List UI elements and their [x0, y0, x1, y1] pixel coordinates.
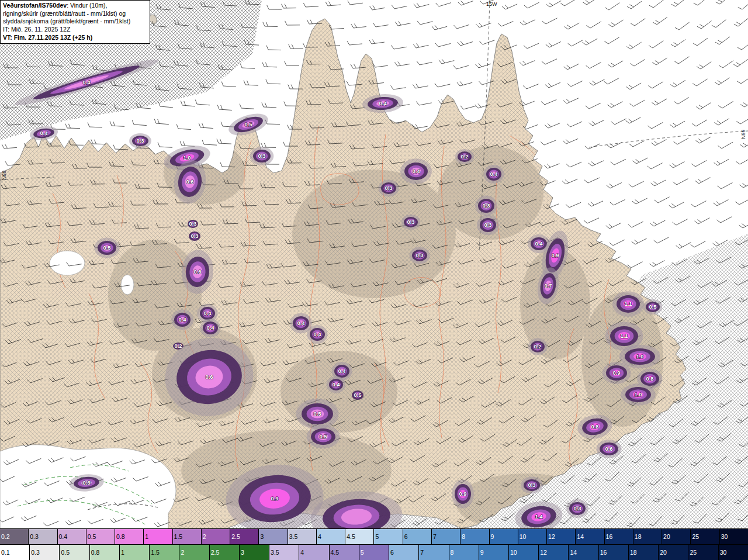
- colorbar-value: 14: [577, 533, 584, 540]
- colorbar-segment: 10: [509, 545, 539, 560]
- precip-value-label: 1.1: [624, 300, 632, 307]
- precip-blob: 0.3: [566, 499, 588, 518]
- precip-value-label: 0.6: [205, 374, 213, 380]
- colorbar-value: 8: [451, 549, 454, 556]
- precip-value-label: 0.9: [612, 369, 620, 376]
- model-name: Veðurstofan/IS750dev: [3, 2, 67, 9]
- precip-value-label: 0.3: [191, 233, 198, 239]
- precip-value-label: 0.3: [136, 137, 144, 144]
- colorbar-value: 12: [548, 533, 555, 540]
- colorbar-value: 9: [480, 549, 484, 556]
- colorbar-value: 2: [203, 533, 206, 540]
- weather-map-svg: 0.40.40.50.31.00.30.60.40.40.20.30.40.30…: [0, 0, 748, 528]
- precip-blob: 0.9: [602, 362, 631, 384]
- colorbar-segment: 2: [202, 529, 230, 544]
- map-area: 0.40.40.50.31.00.30.60.40.40.20.30.40.30…: [0, 0, 748, 528]
- colorbar-value: 25: [690, 549, 697, 556]
- colorbar-segment: 18: [633, 529, 662, 544]
- precip-value-label: 0.3: [189, 220, 196, 227]
- colorbar-value: 18: [630, 549, 637, 556]
- colorbar-segment: 30: [719, 545, 748, 560]
- colorbar-value: 6: [404, 533, 408, 540]
- precip-blob: 0.4: [200, 319, 220, 337]
- precip-value-label: 0.4: [535, 240, 543, 247]
- colorbar-value: 6: [390, 549, 394, 556]
- precip-value-label: 0.5: [319, 433, 327, 440]
- precip-value-label: 0.6: [605, 445, 612, 452]
- precip-blob: 0.5: [307, 425, 340, 449]
- colorbar-value: 0.5: [88, 533, 96, 540]
- precip-value-label: 0.4: [40, 130, 48, 136]
- precip-value-label: 0.3: [385, 185, 392, 191]
- colorbar-value: 7: [433, 533, 437, 540]
- colorbar-value: 3.5: [289, 533, 298, 540]
- precip-value-label: 0.4: [206, 324, 214, 331]
- precip-value-label: 0.5: [103, 244, 111, 251]
- precip-blob: 0.4: [483, 165, 504, 184]
- precip-value-label: 0.4: [490, 171, 498, 177]
- precip-blob: 0.3: [250, 147, 274, 165]
- colorbar-value: 0.2: [1, 533, 10, 540]
- precip-value-label: 0.4: [338, 368, 346, 374]
- colorbar-segment: 0.3: [29, 529, 57, 544]
- colorbar-value: 0.3: [30, 533, 39, 540]
- precip-value-label: 0.3: [482, 202, 490, 209]
- colorbar-segment: 16: [605, 529, 633, 544]
- graticule-label: N99: [1, 170, 7, 180]
- precip-value-label: 0.4: [82, 79, 91, 85]
- precip-value-label: 0.3: [573, 505, 581, 511]
- precip-blob: 0.3: [188, 220, 198, 228]
- colorbar-value: 16: [606, 533, 613, 540]
- colorbar-value: 12: [540, 549, 547, 556]
- precip-value-label: 1.0: [636, 353, 643, 359]
- graticule-label: N99: [740, 129, 746, 139]
- colorbar-value: 3: [260, 533, 264, 540]
- colorbar-segment: 6: [389, 545, 419, 560]
- colorbar-segment: 3: [240, 545, 269, 560]
- precip-blob: 0.3: [378, 180, 399, 197]
- colorbar-segment: 1.5: [150, 545, 179, 560]
- precip-value-label: 0.5: [354, 392, 362, 398]
- precip-blob: 0.6: [596, 440, 621, 458]
- precip-value-label: 0.6: [193, 268, 201, 275]
- colorbar-value: 30: [720, 549, 727, 556]
- colorbar-value: 2: [181, 549, 184, 556]
- colorbar-value: 0.4: [59, 533, 68, 540]
- colorbar-value: 3.5: [271, 549, 279, 556]
- title-line-2: rigning/skúrir (grænt/blátt/rautt - mm/1…: [3, 10, 147, 18]
- precip-value-label: 0.9: [271, 495, 278, 502]
- colorbar-segment: 20: [662, 529, 691, 544]
- colorbar-value: 0.8: [116, 533, 125, 540]
- colorbar-value: 0.5: [61, 549, 70, 556]
- precip-blob: 1.0: [621, 383, 655, 406]
- colorbar-value: 0.8: [91, 549, 100, 556]
- colorbar-segment: 0.2: [0, 529, 29, 544]
- colorbar-segment: 9: [479, 545, 509, 560]
- colorbar-value: 5: [361, 549, 364, 556]
- colorbar-segment: 1: [120, 545, 150, 560]
- colorbar-value: 0.3: [31, 549, 40, 556]
- colorbar-value: 1.5: [151, 549, 160, 556]
- precip-value-label: 0.8: [646, 375, 653, 382]
- rain-colorbar: 0.20.30.40.50.811.522.533.544.5567891012…: [0, 528, 748, 544]
- title-line-1: Veðurstofan/IS750dev: Vindur (10m),: [3, 2, 147, 10]
- colorbar-segment: 1: [144, 529, 172, 544]
- precip-blob: 0.2: [455, 149, 474, 164]
- colorbar-segment: 3.5: [269, 545, 299, 560]
- precip-blob: 0.5: [352, 390, 363, 400]
- precip-blob: 0.4: [171, 310, 193, 330]
- colorbar-segment: 0.8: [90, 545, 120, 560]
- precip-value-label: 0.5: [244, 121, 252, 127]
- precip-blob: 0.4: [400, 158, 432, 184]
- colorbar-segment: 4.5: [345, 529, 374, 544]
- precip-blob: 0.3: [475, 196, 497, 216]
- precip-value-label: 0.3: [484, 222, 491, 228]
- precip-value-label: 0.5: [649, 303, 657, 310]
- colorbar-segment: 16: [599, 545, 629, 560]
- colorbar-segment: 12: [547, 529, 576, 544]
- colorbar-segment: 0.3: [30, 545, 60, 560]
- precip-blob: 0.3: [189, 231, 200, 241]
- colorbar-value: 20: [663, 533, 670, 540]
- precip-blob: 0.5: [296, 399, 339, 429]
- snow-colorbar: 0.10.30.50.811.522.533.544.5567891012141…: [0, 544, 748, 560]
